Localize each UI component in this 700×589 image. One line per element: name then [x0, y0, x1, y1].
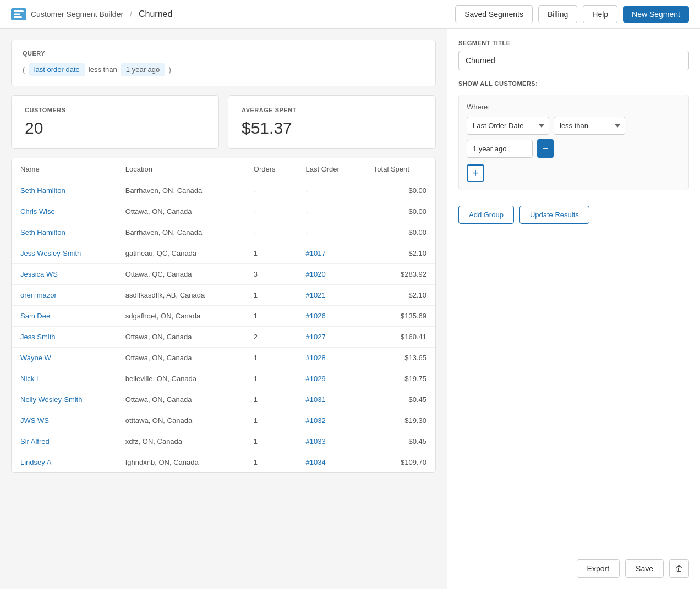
new-segment-button[interactable]: New Segment: [623, 6, 689, 23]
main-content: QUERY ( last order date less than 1 year…: [0, 29, 700, 589]
segment-title-label: SEGMENT TITLE: [458, 40, 689, 46]
last-order-link[interactable]: #1033: [306, 437, 326, 445]
table-row: Nelly Wesley-SmithOttawa, ON, Canada1#10…: [12, 389, 435, 410]
save-button[interactable]: Save: [625, 559, 664, 578]
last-order-link[interactable]: #1017: [306, 249, 326, 257]
customer-name-link[interactable]: Nick L: [20, 375, 40, 383]
segment-title-input[interactable]: [458, 51, 689, 70]
header-logo: Customer Segment Builder: [11, 8, 123, 20]
customer-name-link[interactable]: Seth Hamilton: [20, 228, 65, 236]
stats-row: CUSTOMERS 20 AVERAGE SPENT $51.37: [11, 95, 436, 149]
add-condition-row: +: [467, 164, 681, 182]
trash-icon: 🗑: [675, 564, 683, 573]
average-spent-value: $51.37: [242, 119, 422, 137]
query-value-pill: 1 year ago: [121, 63, 165, 76]
customer-name-link[interactable]: Sam Dee: [20, 312, 50, 320]
customer-name-link[interactable]: oren mazor: [20, 291, 57, 299]
export-button[interactable]: Export: [577, 559, 620, 578]
table-row: Chris WiseOttawa, ON, Canada--$0.00: [12, 201, 435, 222]
customers-stat-box: CUSTOMERS 20: [11, 95, 219, 149]
header: Customer Segment Builder / Churned Saved…: [0, 0, 700, 29]
table-row: Nick Lbelleville, ON, Canada1#1029$19.75: [12, 368, 435, 389]
last-order-dash-link[interactable]: -: [306, 228, 308, 236]
add-condition-button[interactable]: +: [467, 164, 484, 182]
header-separator: /: [130, 10, 132, 19]
condition-group: Where: Last Order Date Total Spent Order…: [458, 95, 689, 190]
last-order-link[interactable]: #1021: [306, 291, 326, 299]
col-last-order: Last Order: [297, 158, 365, 180]
customers-value: 20: [25, 119, 205, 137]
table-header-row: Name Location Orders Last Order Total Sp…: [12, 158, 435, 180]
query-box: QUERY ( last order date less than 1 year…: [11, 40, 436, 86]
where-label: Where:: [467, 103, 681, 111]
app-name: Customer Segment Builder: [31, 10, 123, 19]
table-row: Wayne WOttawa, ON, Canada1#1028$13.65: [12, 348, 435, 368]
condition-value-input[interactable]: [467, 140, 533, 158]
last-order-link[interactable]: #1026: [306, 312, 326, 320]
table-row: Jess SmithOttawa, ON, Canada2#1027$160.4…: [12, 327, 435, 348]
customer-name-link[interactable]: JWS WS: [20, 416, 49, 425]
table-row: JWS WSotttawa, ON, Canada1#1032$19.30: [12, 410, 435, 431]
right-panel: SEGMENT TITLE SHOW ALL CUSTOMERS: Where:…: [447, 29, 700, 589]
customer-name-link[interactable]: Chris Wise: [20, 207, 55, 216]
saved-segments-button[interactable]: Saved Segments: [455, 5, 533, 23]
customers-table: Name Location Orders Last Order Total Sp…: [12, 158, 435, 472]
customer-name-link[interactable]: Jess Wesley-Smith: [20, 249, 81, 257]
delete-button[interactable]: 🗑: [669, 559, 689, 578]
average-spent-stat-box: AVERAGE SPENT $51.37: [228, 95, 436, 149]
query-field-pill: last order date: [29, 63, 85, 76]
add-group-button[interactable]: Add Group: [458, 206, 514, 224]
customer-name-link[interactable]: Nelly Wesley-Smith: [20, 395, 82, 404]
plus-icon: +: [472, 167, 479, 180]
table-row: Jess Wesley-Smithgatineau, QC, Canada1#1…: [12, 243, 435, 264]
col-total-spent: Total Spent: [365, 158, 435, 180]
app-layout: Customer Segment Builder / Churned Saved…: [0, 0, 700, 589]
header-segment-title: Churned: [139, 9, 172, 19]
customers-table-box: Name Location Orders Last Order Total Sp…: [11, 158, 436, 473]
header-right: Saved Segments Billing Help New Segment: [455, 5, 689, 23]
customer-name-link[interactable]: Jess Smith: [20, 333, 56, 341]
remove-condition-button[interactable]: −: [537, 139, 554, 158]
table-row: Sam Deesdgafhqet, ON, Canada1#1026$135.6…: [12, 306, 435, 327]
col-orders: Orders: [245, 158, 297, 180]
customer-name-link[interactable]: Wayne W: [20, 354, 51, 362]
svg-rect-1: [14, 13, 20, 15]
condition-row: Last Order Date Total Spent Orders First…: [467, 117, 681, 158]
svg-rect-2: [14, 16, 22, 18]
billing-button[interactable]: Billing: [538, 5, 577, 23]
query-label: QUERY: [23, 50, 424, 57]
last-order-link[interactable]: #1032: [306, 416, 326, 425]
operator-select[interactable]: less than greater than equals not equals: [554, 117, 625, 135]
customer-name-link[interactable]: Lindsey A: [20, 458, 51, 466]
last-order-dash-link[interactable]: -: [306, 207, 308, 216]
last-order-link[interactable]: #1031: [306, 395, 326, 404]
query-pills: ( last order date less than 1 year ago ): [23, 63, 424, 76]
col-location: Location: [117, 158, 245, 180]
last-order-link[interactable]: #1034: [306, 458, 326, 466]
table-row: Jessica WSOttawa, QC, Canada3#1020$283.9…: [12, 264, 435, 285]
last-order-link[interactable]: #1027: [306, 333, 326, 341]
customer-name-link[interactable]: Jessica WS: [20, 270, 58, 278]
customers-label: CUSTOMERS: [25, 107, 205, 113]
last-order-link[interactable]: #1028: [306, 354, 326, 362]
last-order-dash-link[interactable]: -: [306, 186, 308, 195]
table-row: Sir Alfredxdfz, ON, Canada1#1033$0.45: [12, 431, 435, 452]
minus-icon: −: [543, 144, 549, 153]
average-spent-label: AVERAGE SPENT: [242, 107, 422, 113]
customer-name-link[interactable]: Sir Alfred: [20, 437, 50, 445]
open-paren: (: [23, 65, 25, 74]
customer-name-link[interactable]: Seth Hamilton: [20, 186, 65, 195]
help-button[interactable]: Help: [583, 5, 617, 23]
update-results-button[interactable]: Update Results: [519, 206, 589, 224]
logo-icon: [11, 8, 26, 20]
close-paren: ): [168, 65, 171, 74]
left-panel: QUERY ( last order date less than 1 year…: [0, 29, 447, 589]
query-op-pill: less than: [89, 65, 117, 74]
last-order-link[interactable]: #1029: [306, 375, 326, 383]
field-select[interactable]: Last Order Date Total Spent Orders First…: [467, 117, 549, 135]
last-order-link[interactable]: #1020: [306, 270, 326, 278]
table-row: oren mazorasdflkasdflk, AB, Canada1#1021…: [12, 285, 435, 306]
show-all-label: SHOW ALL CUSTOMERS:: [458, 80, 689, 87]
svg-rect-0: [14, 10, 24, 12]
table-row: Seth HamiltonBarrhaven, ON, Canada--$0.0…: [12, 180, 435, 201]
